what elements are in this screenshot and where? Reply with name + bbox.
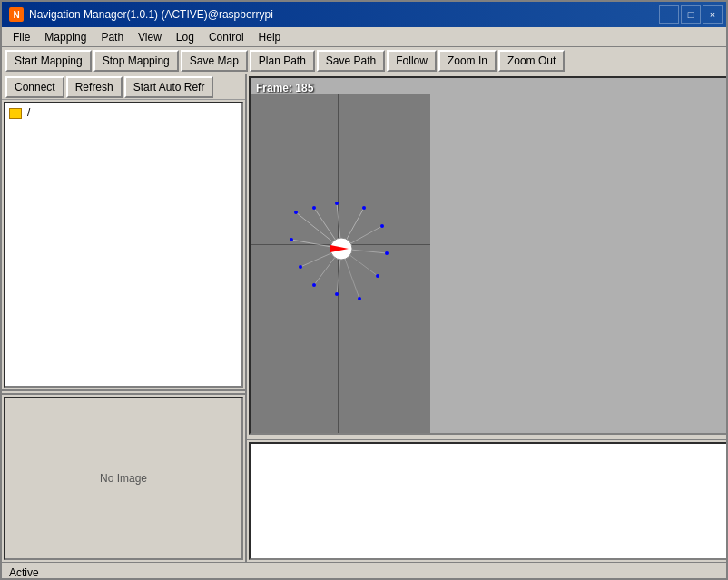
toolbar2: Connect Refresh Start Auto Refr [2, 74, 245, 100]
zoom-in-button[interactable]: Zoom In [438, 50, 497, 72]
menu-log[interactable]: Log [169, 28, 202, 46]
console-area [249, 442, 728, 560]
menu-help[interactable]: Help [251, 28, 289, 46]
svg-point-16 [335, 292, 339, 296]
window-title: Navigation Manager(1.0.1) (ACTIVE)@raspb… [29, 8, 273, 21]
refresh-button[interactable]: Refresh [66, 76, 123, 98]
menu-path[interactable]: Path [93, 28, 131, 46]
menu-control[interactable]: Control [202, 28, 251, 46]
app-window: N Navigation Manager(1.0.1) (ACTIVE)@ras… [2, 2, 728, 580]
svg-point-12 [294, 211, 298, 214]
svg-point-14 [299, 265, 302, 269]
title-bar-left: N Navigation Manager(1.0.1) (ACTIVE)@ras… [9, 7, 273, 22]
svg-point-20 [380, 224, 384, 228]
file-item-label: / [27, 106, 30, 119]
panel-divider[interactable] [2, 389, 245, 395]
folder-icon [9, 108, 22, 119]
map-area: Frame: 185 [249, 76, 728, 435]
robot-visualization [287, 194, 396, 303]
app-icon: N [9, 7, 24, 22]
svg-point-19 [385, 251, 389, 255]
map-canvas [251, 94, 430, 435]
svg-point-15 [312, 283, 316, 287]
connect-button[interactable]: Connect [5, 76, 64, 98]
left-panel: Connect Refresh Start Auto Refr / No Ima… [2, 74, 247, 562]
save-map-button[interactable]: Save Map [181, 50, 248, 72]
right-panel: Frame: 185 [247, 74, 728, 562]
svg-point-22 [335, 202, 339, 205]
svg-point-17 [358, 297, 361, 300]
save-path-button[interactable]: Save Path [317, 50, 385, 72]
close-button[interactable]: × [703, 5, 723, 24]
h-splitter[interactable] [247, 437, 728, 440]
frame-label: Frame: 185 [256, 82, 313, 94]
status-bar: Active [2, 562, 728, 580]
file-tree[interactable]: / [4, 102, 243, 388]
file-item-root[interactable]: / [7, 105, 240, 120]
toolbar1: Start Mapping Stop Mapping Save Map Plan… [2, 47, 728, 74]
start-mapping-button[interactable]: Start Mapping [5, 50, 92, 72]
title-bar-controls: − □ × [659, 5, 723, 24]
svg-point-21 [362, 206, 366, 210]
menu-bar: File Mapping Path View Log Control Help [2, 27, 728, 47]
plan-path-button[interactable]: Plan Path [250, 50, 315, 72]
no-image-label: No Image [100, 472, 147, 485]
zoom-out-button[interactable]: Zoom Out [498, 50, 565, 72]
svg-point-23 [312, 206, 316, 210]
svg-point-18 [376, 274, 379, 278]
menu-file[interactable]: File [5, 28, 37, 46]
stop-mapping-button[interactable]: Stop Mapping [93, 50, 179, 72]
maximize-button[interactable]: □ [681, 5, 701, 24]
minimize-button[interactable]: − [659, 5, 679, 24]
svg-point-13 [290, 238, 293, 241]
menu-view[interactable]: View [131, 28, 169, 46]
image-panel: No Image [4, 397, 243, 560]
status-text: Active [9, 566, 39, 579]
start-auto-refresh-button[interactable]: Start Auto Refr [124, 76, 214, 98]
follow-button[interactable]: Follow [387, 50, 437, 72]
menu-mapping[interactable]: Mapping [37, 28, 93, 46]
title-bar: N Navigation Manager(1.0.1) (ACTIVE)@ras… [2, 2, 728, 27]
